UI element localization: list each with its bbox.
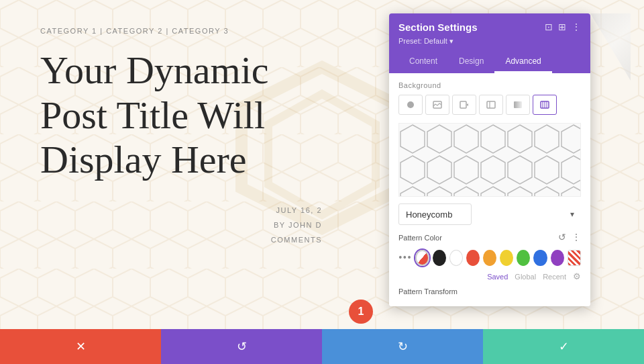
global-tab[interactable]: Global: [515, 273, 536, 281]
swatch-green[interactable]: [517, 250, 530, 266]
saved-tab[interactable]: Saved: [487, 273, 508, 281]
page-content: CATEGORY 1 | CATEGORY 2 | CATEGORY 3 You…: [0, 0, 376, 322]
swatch-orange-red[interactable]: [466, 250, 480, 266]
step-badge: 1: [349, 300, 373, 324]
bg-video-btn[interactable]: [452, 95, 476, 115]
bg-slideshow-btn[interactable]: [479, 95, 503, 115]
post-author: BY JOHN D: [40, 218, 322, 232]
bg-type-row: [398, 95, 581, 115]
tab-design[interactable]: Design: [448, 51, 494, 73]
swatch-orange[interactable]: [483, 250, 496, 266]
post-meta: JULY 16, 2 BY JOHN D COMMENTS: [40, 203, 335, 247]
post-title: Your Dynamic Post Title Will Display Her…: [40, 48, 335, 183]
panel-title-row: Section Settings ⊡ ⊞ ⋮: [398, 21, 581, 33]
more-swatches-icon[interactable]: •••: [398, 252, 412, 264]
split-icon[interactable]: ⊞: [558, 21, 566, 33]
bg-gradient-btn[interactable]: [506, 95, 530, 115]
cancel-button[interactable]: ✕: [0, 329, 161, 364]
bg-color-btn[interactable]: [398, 95, 423, 115]
svg-rect-6: [487, 101, 495, 108]
recent-tab[interactable]: Recent: [543, 273, 566, 281]
pattern-transform-label: Pattern Transform: [398, 287, 581, 295]
redo-button[interactable]: ↻: [322, 329, 483, 364]
action-bar: ✕ ↺ ↻ ✓: [0, 329, 644, 364]
bg-image-btn[interactable]: [425, 95, 449, 115]
bg-pattern-btn[interactable]: [533, 95, 557, 115]
saved-row: Saved Global Recent ⚙: [398, 271, 581, 282]
refresh-icon[interactable]: ↺: [558, 232, 566, 243]
panel-title: Section Settings: [398, 21, 478, 33]
swatch-white[interactable]: [449, 250, 463, 266]
post-comments: COMMENTS: [40, 232, 322, 247]
pattern-color-actions: ↺ ⋮: [558, 232, 581, 243]
svg-point-2: [407, 101, 414, 108]
reset-button[interactable]: ↺: [161, 329, 322, 364]
category-nav: CATEGORY 1 | CATEGORY 2 | CATEGORY 3: [40, 27, 335, 35]
pattern-dropdown-row: Honeycomb None Dots Diagonal Lines Check…: [398, 203, 581, 225]
restore-icon[interactable]: ⊡: [545, 21, 553, 33]
panel-header: Section Settings ⊡ ⊞ ⋮ Preset: Default ▾…: [389, 13, 590, 73]
svg-rect-4: [460, 101, 466, 108]
panel-body: Background: [389, 73, 590, 306]
pattern-color-row: Pattern Color ↺ ⋮: [398, 232, 581, 243]
pattern-dropdown-wrapper: Honeycomb None Dots Diagonal Lines Check…: [398, 203, 581, 225]
post-date: JULY 16, 2: [40, 203, 322, 218]
swatch-yellow[interactable]: [500, 250, 513, 266]
swatch-purple[interactable]: [551, 250, 564, 266]
color-swatches-row: •••: [398, 250, 581, 266]
pattern-dropdown[interactable]: Honeycomb None Dots Diagonal Lines Check…: [398, 203, 472, 225]
more-icon[interactable]: ⋮: [572, 21, 581, 33]
save-button[interactable]: ✓: [483, 329, 644, 364]
swatch-transparent[interactable]: [415, 250, 429, 266]
more-options-icon[interactable]: ⋮: [572, 232, 581, 243]
swatch-black[interactable]: [433, 250, 446, 266]
settings-panel: Section Settings ⊡ ⊞ ⋮ Preset: Default ▾…: [389, 13, 590, 306]
bg-preview: [398, 123, 581, 197]
swatch-blue[interactable]: [533, 250, 547, 266]
settings-gear-icon[interactable]: ⚙: [573, 271, 581, 282]
panel-tabs: Content Design Advanced: [398, 51, 581, 73]
swatch-striped[interactable]: [568, 250, 581, 266]
svg-rect-14: [399, 124, 580, 196]
pattern-color-label: Pattern Color: [398, 234, 558, 242]
bg-section-label: Background: [398, 81, 581, 89]
panel-title-icons: ⊡ ⊞ ⋮: [545, 21, 581, 33]
panel-preset[interactable]: Preset: Default ▾: [398, 37, 581, 46]
svg-rect-8: [514, 101, 522, 108]
tab-advanced[interactable]: Advanced: [494, 51, 551, 73]
tab-content[interactable]: Content: [398, 51, 448, 73]
